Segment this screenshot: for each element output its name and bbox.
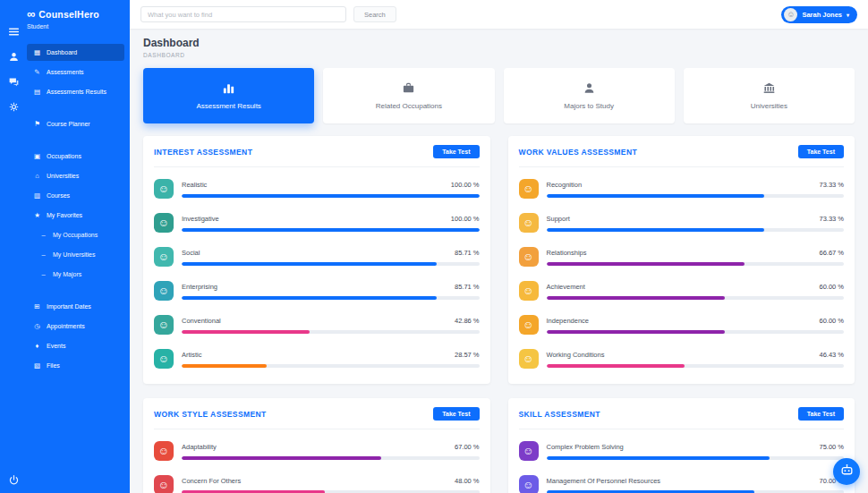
card-title: WORK VALUES ASSESSMENT <box>519 148 638 157</box>
progress-fill <box>182 262 437 266</box>
tab-assessment-results[interactable]: Assessment Results <box>143 68 314 123</box>
progress-fill <box>182 330 310 334</box>
progress-track <box>182 228 480 232</box>
row-value: 100.00 % <box>451 181 480 189</box>
sidebar-item-label: Universities <box>47 173 79 179</box>
row-label: Investigative <box>182 215 219 223</box>
search-button[interactable]: Search <box>353 6 396 22</box>
progress-track <box>182 296 480 300</box>
search-input[interactable] <box>140 6 346 22</box>
row-value: 42.86 % <box>455 317 480 325</box>
robot-icon <box>839 463 855 481</box>
row-label: Conventional <box>182 317 221 325</box>
brand-name: CounselHero <box>38 9 99 20</box>
progress-fill <box>182 194 480 198</box>
breadcrumb: DASHBOARD <box>143 52 855 58</box>
assessment-row: ☺ Relationships 66.67 % <box>519 241 845 275</box>
sidebar-item-assessments-results[interactable]: ▤ Assessments Results <box>27 83 124 100</box>
university-bank-icon <box>762 81 776 97</box>
sidebar-item-my-majors[interactable]: – My Majors <box>27 266 124 283</box>
chatbot-fab-button[interactable] <box>833 458 860 485</box>
assessment-row: ☺ Realistic 100.00 % <box>154 173 480 207</box>
row-avatar-icon: ☺ <box>519 281 539 301</box>
assessment-row: ☺ Conventional 42.86 % <box>154 309 480 343</box>
row-value: 67.00 % <box>455 443 480 451</box>
sidebar-item-my-universities[interactable]: – My Universities <box>27 246 124 263</box>
sidebar-item-files[interactable]: ▧ Files <box>27 357 124 374</box>
user-menu[interactable]: ☺ Sarah Jones ▾ <box>781 6 857 23</box>
progress-track <box>547 194 845 198</box>
progress-track <box>547 228 845 232</box>
tab-related-occupations[interactable]: Related Occupations <box>323 68 494 123</box>
sidebar-item-label: Dashboard <box>47 49 77 55</box>
progress-fill <box>547 330 726 334</box>
row-value: 60.00 % <box>819 317 844 325</box>
sidebar-item-label: Occupations <box>47 153 81 159</box>
card-title: SKILL ASSESSMENT <box>519 410 600 419</box>
menu-icon[interactable] <box>8 25 20 37</box>
take-test-button[interactable]: Take Test <box>433 407 479 421</box>
row-label: Complex Problem Solving <box>547 443 624 451</box>
user-name: Sarah Jones <box>802 11 842 19</box>
dashboard-tabs: Assessment Results Related Occupations M… <box>143 68 855 123</box>
card-title: INTEREST ASSESSMENT <box>154 148 252 157</box>
sidebar-item-label: Events <box>47 343 65 349</box>
chat-icon[interactable] <box>8 75 20 87</box>
row-value: 85.71 % <box>455 249 480 257</box>
row-value: 100.00 % <box>451 215 480 223</box>
sidebar-item-universities[interactable]: ⌂ Universities <box>27 167 124 184</box>
course-planner-icon: ⚑ <box>33 120 41 128</box>
user-role-label: Student <box>27 23 124 30</box>
tab-universities[interactable]: Universities <box>684 68 855 123</box>
sidebar-item-assessments[interactable]: ✎ Assessments <box>27 64 124 81</box>
row-value: 46.43 % <box>819 351 844 359</box>
take-test-button[interactable]: Take Test <box>798 145 844 158</box>
sidebar-item-label: Assessments <box>47 69 84 75</box>
tab-label: Assessment Results <box>196 102 260 110</box>
sidebar-item-dashboard[interactable]: ▦ Dashboard <box>27 44 124 61</box>
assessment-row: ☺ Working Conditions 46.43 % <box>519 343 845 377</box>
assessment-row: ☺ Complex Problem Solving 75.00 % <box>519 435 845 469</box>
events-icon: ♦ <box>33 342 41 350</box>
tab-label: Related Occupations <box>376 102 442 110</box>
take-test-button[interactable]: Take Test <box>798 407 844 421</box>
settings-gear-icon[interactable] <box>8 100 20 112</box>
universities-icon: ⌂ <box>33 172 41 180</box>
main-area: Search ☺ Sarah Jones ▾ Dashboard DASHBOA… <box>130 0 868 493</box>
logout-power-icon[interactable] <box>8 473 20 485</box>
progress-track <box>547 296 845 300</box>
progress-track <box>547 364 845 368</box>
brand-logo-icon: ∞ <box>27 8 35 20</box>
row-avatar-icon: ☺ <box>154 213 174 233</box>
sidebar-item-appointments[interactable]: ◷ Appointments <box>27 318 124 335</box>
row-avatar-icon: ☺ <box>154 247 174 267</box>
sidebar-item-my-occupations[interactable]: – My Occupations <box>27 226 124 243</box>
sidebar-item-courses[interactable]: ▥ Courses <box>27 187 124 204</box>
progress-fill <box>547 364 685 368</box>
sidebar-item-events[interactable]: ♦ Events <box>27 337 124 354</box>
dash-icon: – <box>39 231 47 239</box>
assessment-row: ☺ Independence 60.00 % <box>519 309 845 343</box>
row-avatar-icon: ☺ <box>519 349 539 369</box>
profile-icon[interactable] <box>8 50 20 62</box>
sidebar-item-occupations[interactable]: ▣ Occupations <box>27 148 124 165</box>
row-avatar-icon: ☺ <box>519 441 539 461</box>
sidebar-item-my-favorites[interactable]: ★ My Favorites <box>27 207 124 224</box>
sidebar-item-course-planner[interactable]: ⚑ Course Planner <box>27 115 124 132</box>
sidebar-item-label: My Occupations <box>53 232 98 238</box>
user-avatar: ☺ <box>784 8 797 21</box>
sidebar-item-label: Files <box>47 362 60 369</box>
take-test-button[interactable]: Take Test <box>433 145 479 158</box>
row-label: Artistic <box>182 351 202 359</box>
row-value: 48.00 % <box>455 477 480 485</box>
brand[interactable]: ∞ CounselHero <box>27 8 124 23</box>
progress-track <box>547 262 845 266</box>
row-label: Working Conditions <box>547 351 605 359</box>
progress-fill <box>182 456 381 460</box>
tab-majors-to-study[interactable]: Majors to Study <box>504 68 675 123</box>
progress-fill <box>547 262 745 266</box>
sidebar-item-label: Assessments Results <box>47 89 106 95</box>
sidebar-item-important-dates[interactable]: ⊞ Important Dates <box>27 298 124 315</box>
icon-rail <box>0 0 27 493</box>
progress-track <box>182 456 480 460</box>
